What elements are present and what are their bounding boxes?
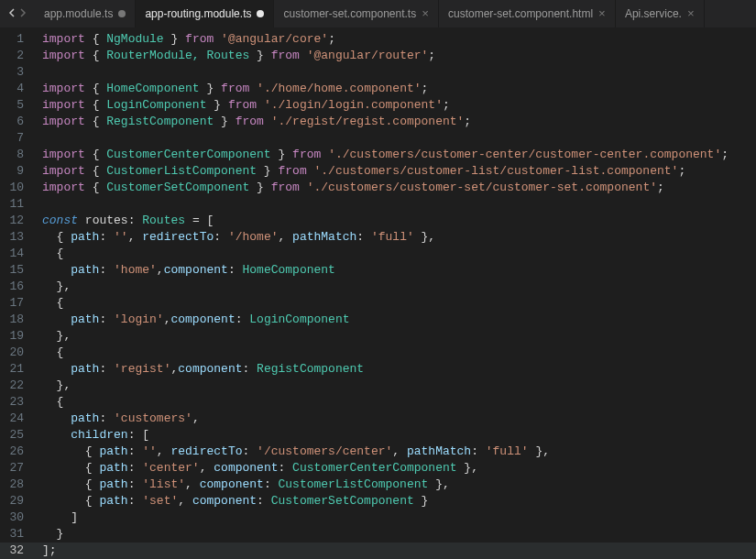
code-line[interactable]: { (37, 345, 756, 361)
close-icon[interactable]: × (598, 8, 606, 20)
line-number: 19 (0, 328, 37, 345)
code-line[interactable]: import { HomeComponent } from './home/ho… (37, 81, 756, 97)
code-line[interactable]: path: 'home',component: HomeComponent (37, 262, 756, 279)
line-number: 9 (0, 163, 37, 180)
dirty-dot-icon (257, 10, 264, 17)
line-number: 31 (0, 526, 37, 543)
line-number: 14 (0, 246, 37, 262)
tab-app-routing-module-ts[interactable]: app-routing.module.ts (136, 0, 274, 27)
code-area[interactable]: 1234567891011121314151617181920212223242… (0, 27, 756, 559)
line-number: 5 (0, 97, 37, 114)
nav-arrows (0, 7, 35, 21)
editor-root: app.module.tsapp-routing.module.tscustom… (0, 0, 756, 559)
code-line[interactable] (37, 130, 756, 147)
code-line[interactable]: path: 'login',component: LoginComponent (37, 312, 756, 328)
code-line[interactable]: { path: 'set', component: CustomerSetCom… (37, 493, 756, 510)
line-number: 11 (0, 196, 37, 213)
code-line[interactable]: { path: '', redirectTo: '/customers/cent… (37, 444, 756, 460)
line-number: 7 (0, 130, 37, 147)
code-line[interactable]: children: [ (37, 427, 756, 444)
tab-customer-set-component-ts[interactable]: customer-set.component.ts× (274, 0, 439, 27)
line-number: 4 (0, 81, 37, 97)
line-number: 10 (0, 180, 37, 196)
tab-label: app-routing.module.ts (145, 7, 251, 20)
line-number: 8 (0, 147, 37, 163)
line-number: 13 (0, 229, 37, 246)
tabs-container: app.module.tsapp-routing.module.tscustom… (35, 0, 756, 27)
code-line[interactable]: { path: 'list', component: CustomerListC… (37, 477, 756, 493)
close-icon[interactable]: × (422, 8, 429, 20)
code-line[interactable]: { (37, 246, 756, 262)
line-number: 6 (0, 114, 37, 130)
line-number: 23 (0, 394, 37, 411)
code-line[interactable]: import { CustomerCenterComponent } from … (37, 147, 756, 163)
line-number: 18 (0, 312, 37, 328)
line-number: 24 (0, 411, 37, 427)
code-line[interactable]: import { NgModule } from '@angular/core'… (37, 31, 756, 48)
code-line[interactable]: import { RegistComponent } from './regis… (37, 114, 756, 130)
code-line[interactable]: import { CustomerSetComponent } from './… (37, 180, 756, 196)
line-number: 1 (0, 31, 37, 48)
nav-forward-icon[interactable] (18, 7, 27, 21)
tab-label: app.module.ts (44, 7, 113, 20)
line-number: 27 (0, 460, 37, 477)
tab-label: customer-set.component.html (448, 7, 593, 20)
close-icon[interactable]: × (687, 8, 695, 20)
tab-app-module-ts[interactable]: app.module.ts (35, 0, 136, 27)
line-number: 3 (0, 64, 37, 81)
code-line[interactable]: ] (37, 510, 756, 526)
code-line[interactable]: { (37, 394, 756, 411)
code-line[interactable]: }, (37, 279, 756, 295)
line-number: 25 (0, 427, 37, 444)
code-line[interactable]: }, (37, 378, 756, 394)
line-number: 20 (0, 345, 37, 361)
code-line[interactable] (37, 64, 756, 81)
code-line[interactable]: const routes: Routes = [ (37, 213, 756, 229)
nav-back-icon[interactable] (7, 7, 16, 21)
code-content[interactable]: import { NgModule } from '@angular/core'… (37, 27, 756, 559)
line-number-gutter: 1234567891011121314151617181920212223242… (0, 27, 37, 559)
code-line[interactable]: ]; (37, 543, 756, 559)
line-number: 22 (0, 378, 37, 394)
code-line[interactable]: import { LoginComponent } from './login/… (37, 97, 756, 114)
code-line[interactable]: { path: '', redirectTo: '/home', pathMat… (37, 229, 756, 246)
line-number: 2 (0, 48, 37, 64)
tab-customer-set-component-html[interactable]: customer-set.component.html× (439, 0, 616, 27)
line-number: 30 (0, 510, 37, 526)
line-number: 21 (0, 361, 37, 378)
code-line[interactable]: { path: 'center', component: CustomerCen… (37, 460, 756, 477)
code-line[interactable]: } (37, 526, 756, 543)
code-line[interactable]: import { CustomerListComponent } from '.… (37, 163, 756, 180)
line-number: 12 (0, 213, 37, 229)
tab-label: customer-set.component.ts (283, 7, 416, 20)
line-number: 29 (0, 493, 37, 510)
code-line[interactable]: path: 'regist',component: RegistComponen… (37, 361, 756, 378)
code-line[interactable] (37, 196, 756, 213)
line-number: 32 (0, 543, 37, 559)
line-number: 28 (0, 477, 37, 493)
line-number: 16 (0, 279, 37, 295)
line-number: 17 (0, 295, 37, 312)
tab-bar: app.module.tsapp-routing.module.tscustom… (0, 0, 756, 27)
line-number: 26 (0, 444, 37, 460)
code-line[interactable]: import { RouterModule, Routes } from '@a… (37, 48, 756, 64)
line-number: 15 (0, 262, 37, 279)
code-line[interactable]: path: 'customers', (37, 411, 756, 427)
code-line[interactable]: { (37, 295, 756, 312)
tab-label: Api.service. (625, 7, 682, 20)
tab-api-service-[interactable]: Api.service.× (616, 0, 705, 27)
dirty-dot-icon (118, 10, 126, 17)
code-line[interactable]: }, (37, 328, 756, 345)
